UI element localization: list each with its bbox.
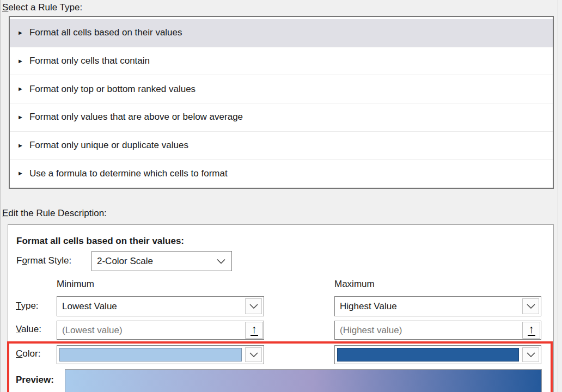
color-label: Color:: [16, 348, 40, 359]
value-minimum-input[interactable]: [57, 321, 245, 339]
rule-item-label: Format all cells based on their values: [29, 27, 182, 38]
type-label: Type:: [16, 301, 39, 311]
collapse-dialog-bar-icon: [251, 335, 258, 336]
rule-type-item-top-bottom-ranked[interactable]: ► Format only top or bottom ranked value…: [10, 75, 553, 103]
value-maximum-input[interactable]: [335, 321, 522, 339]
preview-gradient: [65, 369, 542, 392]
color-minimum-dropdown[interactable]: [57, 345, 264, 364]
chevron-down-icon[interactable]: [245, 347, 262, 362]
select-rule-type-label: Select a Rule Type:: [2, 2, 82, 13]
type-maximum-value: Highest Value: [335, 301, 397, 312]
dialog-right-border: [558, 0, 558, 392]
type-minimum-dropdown[interactable]: Lowest Value: [57, 296, 264, 316]
collapse-dialog-bar-icon: [528, 335, 535, 336]
value-label: Value:: [16, 324, 41, 335]
format-style-label: Format Style:: [16, 255, 71, 266]
collapse-dialog-button[interactable]: ↑: [522, 322, 540, 339]
collapse-dialog-arrow-icon: ↑: [528, 324, 534, 334]
rule-item-label: Format only top or bottom ranked values: [29, 84, 196, 95]
chevron-down-icon[interactable]: [245, 298, 262, 314]
value-maximum-field: ↑: [334, 321, 541, 340]
minimum-column-header: Minimum: [57, 279, 94, 290]
preview-label: Preview:: [16, 375, 54, 385]
collapse-dialog-arrow-icon: ↑: [251, 324, 257, 334]
type-minimum-value: Lowest Value: [57, 301, 117, 312]
rule-type-item-use-formula[interactable]: ► Use a formula to determine which cells…: [10, 160, 553, 188]
rule-item-arrow-icon: ►: [17, 86, 23, 92]
rule-item-arrow-icon: ►: [17, 170, 23, 176]
rule-description-panel: Format all cells based on their values: …: [8, 224, 554, 392]
edit-rule-description-label: Edit the Rule Description:: [2, 208, 107, 219]
rule-item-label: Use a formula to determine which cells t…: [29, 168, 228, 179]
rule-type-item-unique-duplicate[interactable]: ► Format only unique or duplicate values: [10, 132, 553, 160]
rule-type-item-format-all-cells[interactable]: ► Format all cells based on their values: [10, 19, 553, 47]
color-minimum-swatch: [59, 348, 242, 362]
rule-item-label: Format only cells that contain: [29, 56, 150, 66]
rule-type-item-above-below-average[interactable]: ► Format only values that are above or b…: [10, 103, 553, 132]
type-maximum-dropdown[interactable]: Highest Value: [334, 296, 541, 316]
value-minimum-field: ↑: [57, 321, 264, 340]
rule-item-arrow-icon: ►: [17, 58, 23, 64]
chevron-down-icon: [217, 259, 225, 264]
color-maximum-swatch: [337, 348, 519, 362]
new-formatting-rule-dialog: Select a Rule Type: ► Format all cells b…: [0, 0, 562, 392]
maximum-column-header: Maximum: [334, 279, 375, 290]
rule-item-label: Format only values that are above or bel…: [29, 112, 243, 122]
format-style-value: 2-Color Scale: [92, 256, 153, 267]
chevron-down-icon[interactable]: [522, 298, 539, 314]
chevron-down-icon[interactable]: [522, 347, 539, 362]
format-style-dropdown[interactable]: 2-Color Scale: [91, 251, 232, 271]
rule-item-arrow-icon: ►: [17, 114, 23, 120]
rule-type-item-cells-that-contain[interactable]: ► Format only cells that contain: [10, 47, 553, 76]
color-maximum-dropdown[interactable]: [334, 345, 541, 364]
rule-item-arrow-icon: ►: [17, 143, 23, 149]
rule-item-label: Format only unique or duplicate values: [29, 140, 188, 151]
collapse-dialog-button[interactable]: ↑: [245, 322, 263, 339]
rule-type-list: ► Format all cells based on their values…: [9, 16, 554, 189]
dialog-left-border: [0, 0, 1, 392]
rule-item-arrow-icon: ►: [17, 30, 23, 36]
panel-title: Format all cells based on their values:: [16, 236, 184, 247]
